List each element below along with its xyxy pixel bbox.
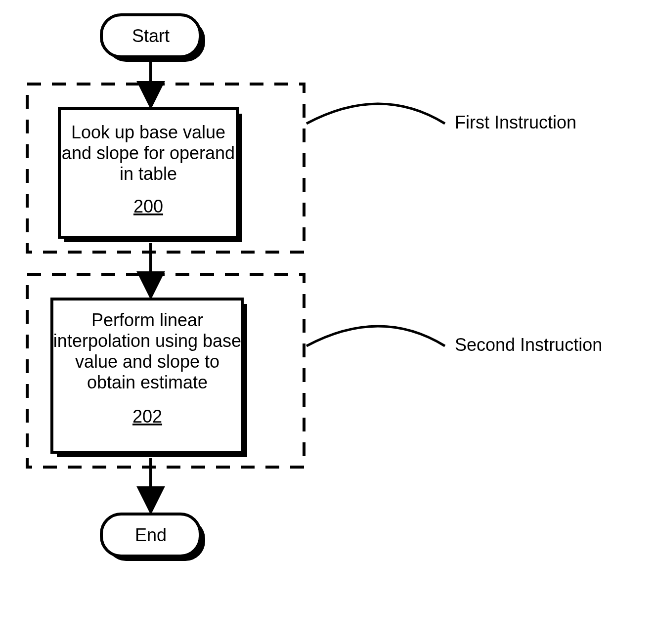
start-label: Start [132, 26, 170, 46]
step2-line1: Perform linear [91, 310, 203, 330]
step2-ref: 202 [132, 406, 162, 427]
flowchart-diagram: Start Look up base value and slope for o… [0, 0, 655, 644]
step2-line2: interpolation using base [53, 331, 241, 351]
label-second-instruction: Second Instruction [455, 335, 602, 355]
end-label: End [135, 525, 167, 545]
step1-line3: in table [120, 164, 177, 184]
label-first-instruction: First Instruction [455, 112, 576, 132]
step2-line4: obtain estimate [87, 372, 208, 392]
step1-ref: 200 [133, 196, 163, 216]
callout-curve-1 [306, 104, 445, 124]
step2-line3: value and slope to [75, 351, 219, 372]
callout-curve-2 [306, 326, 445, 346]
step1-line1: Look up base value [71, 122, 225, 142]
step1-line2: and slope for operand [62, 143, 235, 163]
